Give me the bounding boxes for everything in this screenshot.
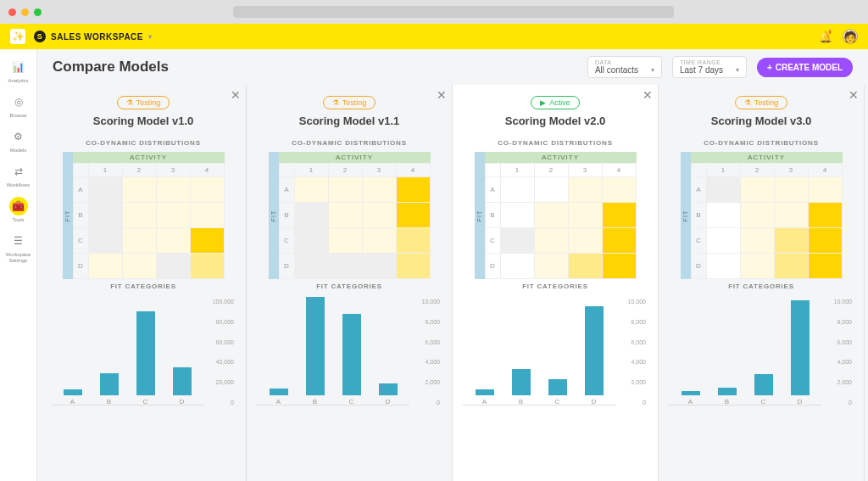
- heatmap-cell: [294, 228, 328, 254]
- nav-label: Workspace Settings: [3, 252, 35, 264]
- address-bar[interactable]: [233, 6, 674, 18]
- heatmap-cell: [602, 203, 636, 228]
- heatmap: FIT ACTIVITY 1234ABCD: [463, 152, 648, 279]
- close-panel-button[interactable]: ✕: [849, 88, 859, 102]
- sidebar-item-workflows[interactable]: ⇄Workflows: [3, 159, 35, 192]
- status-pill: ⚗Testing: [735, 96, 788, 109]
- heatmap-cell: [190, 177, 224, 203]
- create-model-button[interactable]: + CREATE MODEL: [757, 58, 853, 77]
- heatmap-cell: [740, 203, 774, 228]
- close-panel-button[interactable]: ✕: [643, 88, 653, 102]
- y-tick: 8,000: [821, 319, 852, 325]
- data-filter-label: DATA: [595, 59, 654, 65]
- time-range-filter[interactable]: TIME RANGE Last 7 days▾: [672, 56, 747, 78]
- heatmap-cell: [774, 254, 808, 279]
- y-tick: 60,000: [203, 339, 234, 345]
- browser-chrome: [0, 0, 868, 24]
- workspace-switcher[interactable]: S SALES WORKSPACE ▾: [34, 31, 153, 42]
- y-tick: 80,000: [203, 319, 234, 325]
- heatmap-cell: [328, 228, 362, 254]
- heatmap-col-label: 3: [156, 164, 190, 177]
- bar-chart: ABCD 100,00080,00060,00040,00020,0000: [51, 299, 236, 417]
- sidebar-item-analytics[interactable]: 📊Analytics: [3, 54, 35, 87]
- testing-icon: ⚗: [126, 98, 133, 107]
- bar-col: D: [172, 367, 192, 405]
- sidebar-item-browse[interactable]: ◎Browse: [3, 89, 35, 122]
- plus-icon: +: [767, 63, 772, 72]
- heatmap-cell: [500, 203, 534, 228]
- heatmap-cell: [706, 177, 740, 203]
- heatmap-cell: [534, 203, 568, 228]
- notifications-button[interactable]: 🔔: [819, 29, 834, 44]
- bars-area: ABCD: [257, 299, 409, 417]
- heatmap-col-label: 1: [88, 164, 122, 177]
- heatmap-row-label: B: [485, 203, 500, 228]
- heatmap-cell: [362, 177, 396, 203]
- nav-icon: ⚙: [9, 127, 28, 146]
- heatmap-row-label: A: [279, 177, 294, 203]
- heatmap-cell: [88, 254, 122, 279]
- workspace-icon: S: [34, 31, 46, 42]
- heatmap-cell: [602, 254, 636, 279]
- model-title: Scoring Model v1.0: [51, 115, 236, 127]
- status-text: Testing: [342, 98, 367, 107]
- heatmap-cell: [740, 228, 774, 254]
- status-pill: ⚗Testing: [323, 96, 376, 109]
- heatmap-row-label: B: [73, 203, 88, 228]
- window-min-dot[interactable]: [21, 8, 29, 16]
- heatmap-cell: [396, 228, 430, 254]
- activity-axis-label: ACTIVITY: [73, 152, 225, 163]
- fit-axis-label: FIT: [63, 152, 73, 279]
- bar-x-label: C: [555, 398, 560, 405]
- heatmap-col-label: 4: [396, 164, 430, 177]
- bars-area: ABCD: [669, 299, 821, 417]
- heatmap-row-label: A: [73, 177, 88, 203]
- heatmap-row-label: C: [73, 228, 88, 254]
- heatmap-cell: [706, 254, 740, 279]
- nav-label: Workflows: [7, 182, 31, 188]
- data-filter[interactable]: DATA All contacts▾: [587, 56, 662, 78]
- sidebar-item-workspace-settings[interactable]: ☰Workspace Settings: [3, 228, 35, 267]
- nav-icon: 📊: [9, 58, 28, 76]
- sidebar-item-tools[interactable]: 🧰Tools: [3, 193, 35, 227]
- heatmap-col-label: 2: [534, 164, 568, 177]
- nav-label: Browse: [9, 113, 26, 119]
- bar: [173, 367, 192, 395]
- sidebar: 📊Analytics◎Browse⚙Models⇄Workflows🧰Tools…: [0, 24, 37, 481]
- heatmap-col-label: 1: [500, 164, 534, 177]
- heatmap-cell: [706, 203, 740, 228]
- y-tick: 6,000: [821, 339, 852, 345]
- close-panel-button[interactable]: ✕: [231, 88, 241, 102]
- nav-label: Models: [10, 148, 26, 154]
- heatmap-cell: [156, 203, 190, 228]
- y-axis: 10,0008,0006,0004,0002,0000: [615, 299, 648, 417]
- heatmap-cell: [328, 203, 362, 228]
- app-logo[interactable]: ✨: [10, 29, 25, 44]
- window-close-dot[interactable]: [8, 8, 16, 16]
- heatmap-cell: [568, 203, 602, 228]
- heatmap-row-label: A: [485, 177, 500, 203]
- heatmap-cell: [190, 228, 224, 254]
- heatmap-cell: [156, 177, 190, 203]
- bar-col: A: [269, 389, 289, 405]
- user-avatar[interactable]: 🧑: [843, 29, 858, 44]
- fit-categories-label: FIT CATEGORIES: [257, 282, 442, 290]
- heatmap-row-label: C: [691, 228, 706, 254]
- heatmap-row-label: C: [279, 228, 294, 254]
- model-title: Scoring Model v1.1: [257, 115, 442, 127]
- window-max-dot[interactable]: [34, 8, 42, 16]
- bar: [100, 373, 119, 395]
- nav-icon: 🧰: [9, 197, 28, 215]
- distributions-label: CO-DYNAMIC DISTRIBUTIONS: [257, 139, 442, 147]
- close-panel-button[interactable]: ✕: [437, 88, 447, 102]
- sidebar-item-models[interactable]: ⚙Models: [3, 124, 35, 157]
- top-bar: ✨ S SALES WORKSPACE ▾ 🔔 🧑: [0, 24, 868, 49]
- heatmap-cell: [362, 228, 396, 254]
- bar-col: C: [342, 314, 362, 405]
- heatmap-row-label: C: [485, 228, 500, 254]
- heatmap-cell: [88, 228, 122, 254]
- bar-x-label: B: [725, 398, 729, 405]
- bar: [64, 389, 82, 395]
- heatmap-cell: [534, 177, 568, 203]
- nav-icon: ⇄: [9, 162, 28, 181]
